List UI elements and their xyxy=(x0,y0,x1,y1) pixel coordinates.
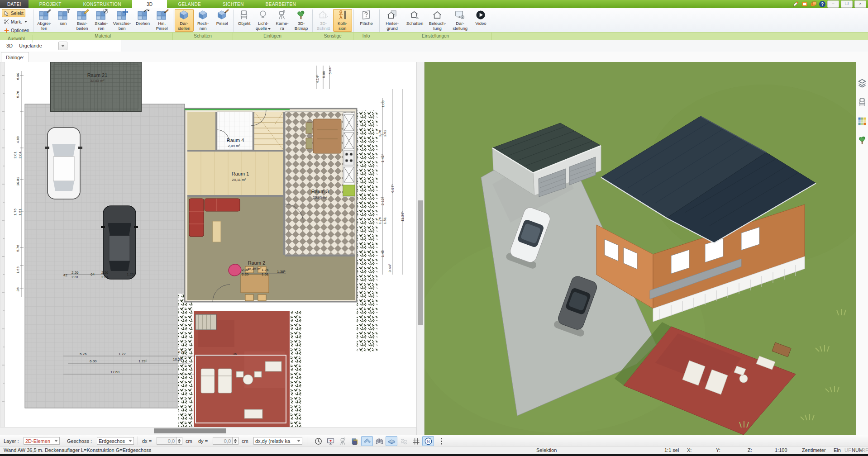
room-area: 32,83 m² xyxy=(90,79,105,83)
help-icon[interactable]: ? xyxy=(819,1,825,7)
scrollbar-thumb[interactable] xyxy=(154,428,226,433)
record-view-button[interactable] xyxy=(324,436,336,446)
palette-icon xyxy=(858,117,867,126)
dim-label: 1.76 xyxy=(378,130,382,137)
terrain-select-dropdown[interactable] xyxy=(58,42,67,50)
optionen-button[interactable]: Optionen xyxy=(2,26,31,34)
tab-3d[interactable]: 3D xyxy=(132,0,167,8)
person-wall-icon xyxy=(337,10,347,20)
tab-projekt[interactable]: PROJEKT xyxy=(29,0,72,8)
mark-label: Mark. xyxy=(11,19,22,24)
tab-sichten[interactable]: SICHTEN xyxy=(212,0,255,8)
bearbeiten-button[interactable]: Bear-beiten xyxy=(73,9,92,32)
abgreifen-button[interactable]: Abgrei-fen xyxy=(35,9,54,32)
toolbar-handle[interactable] xyxy=(435,436,447,446)
layer-select[interactable]: 2D-Elemen xyxy=(24,437,60,445)
view-mode-label: 3D xyxy=(6,43,13,48)
picture-question-icon xyxy=(361,10,371,20)
tab-konstruktion[interactable]: KONSTRUKTION xyxy=(72,0,132,8)
dx-input[interactable] xyxy=(157,437,176,445)
selekt-button[interactable]: Selekt xyxy=(2,9,25,17)
side-toolbar xyxy=(856,62,868,435)
close-button[interactable]: × xyxy=(854,0,866,8)
group-label-sonstige: Sonstige xyxy=(313,33,353,40)
show-roof-button[interactable] xyxy=(361,436,373,446)
objekt-button[interactable]: Objekt xyxy=(235,9,254,27)
dy-stepper[interactable] xyxy=(233,437,238,445)
soft-shadow-button[interactable] xyxy=(398,436,410,446)
schatten-button[interactable]: Schatten xyxy=(404,9,426,27)
bottom-toolbar: Layer : 2D-Elemen Geschoss : Erdgeschos … xyxy=(0,435,868,446)
kamera-button[interactable]: Kame-ra xyxy=(273,9,292,32)
3d-bitmap-button[interactable]: 3D-Bitmap xyxy=(292,9,311,32)
terrain-select-value[interactable]: Urgelände xyxy=(19,43,42,48)
lichtquelle-button[interactable]: Licht-quelle xyxy=(254,9,273,32)
restore-button[interactable]: ❐ xyxy=(841,0,853,8)
dy-unit: cm xyxy=(242,437,248,445)
zuweisen-button[interactable]: sen xyxy=(54,9,73,27)
chevron-down-icon xyxy=(297,440,300,442)
north-button[interactable]: N xyxy=(422,436,434,446)
tab-gelaende[interactable]: GELÄNDE xyxy=(167,0,212,8)
show-walls-button[interactable] xyxy=(373,436,385,446)
render-3d-canvas[interactable] xyxy=(424,62,856,435)
skalieren-button[interactable]: Skalie-ren xyxy=(92,9,111,32)
layer-label: Layer : xyxy=(4,437,19,445)
dim-label: 2.01 xyxy=(72,276,79,279)
project-window-icon[interactable] xyxy=(801,1,808,7)
group-label-info: Info xyxy=(354,33,379,40)
optionen-label: Optionen xyxy=(11,28,29,33)
darstellung-button[interactable]: Dar-stellung xyxy=(449,9,472,32)
hin-pinsel-button[interactable]: Hin.Pinsel xyxy=(153,9,172,32)
flaeche-button[interactable]: Fläche xyxy=(355,9,378,27)
beleuchtung-button[interactable]: Beleuch-tung xyxy=(426,9,449,32)
geschoss-label: Geschoss : xyxy=(67,437,92,445)
coord-mode-select[interactable]: dx,dy (relativ ka xyxy=(253,437,302,445)
dim-label: 1.51 xyxy=(19,209,22,216)
quick-edit-icon[interactable] xyxy=(792,1,799,7)
minimize-button[interactable]: – xyxy=(827,0,839,8)
terrain-layers-button[interactable] xyxy=(857,78,867,88)
dx-unit: cm xyxy=(186,437,192,445)
geschoss-select[interactable]: Erdgeschos xyxy=(97,437,134,445)
pinsel-button[interactable]: Pinsel xyxy=(213,9,232,27)
chevron-down-icon xyxy=(54,440,58,442)
camera-3d-button[interactable] xyxy=(337,436,348,446)
drehen-button[interactable]: Drehen xyxy=(134,9,153,27)
dx-stepper[interactable] xyxy=(176,437,182,445)
kollision-button[interactable]: Kolli-sion xyxy=(333,9,352,32)
dim-label: 1.51 xyxy=(383,130,387,137)
objects-button[interactable] xyxy=(857,97,867,107)
video-button[interactable]: Video xyxy=(472,9,491,27)
status-bar: Wand AW 36,5 m. Deckenauflager L=Konstru… xyxy=(0,446,868,454)
floor-plan-canvas[interactable] xyxy=(0,62,416,427)
plan-vertical-scrollbar[interactable] xyxy=(416,62,424,435)
plan-horizontal-scrollbar[interactable] xyxy=(0,427,416,435)
clock-icon xyxy=(315,437,322,445)
camera-tripod-icon xyxy=(339,437,347,445)
dialoge-tab[interactable]: Dialoge: xyxy=(1,52,29,62)
dy-input[interactable] xyxy=(213,437,233,445)
materials-button[interactable] xyxy=(857,116,867,126)
3d-schnitt-button: 3D-Schnitt xyxy=(314,9,333,32)
group-label-schatten: Schatten xyxy=(173,33,233,40)
dim-label: 3.44⁵ xyxy=(388,264,392,272)
hintergrund-button[interactable]: Hinter-grund xyxy=(381,9,404,32)
darstellen-button[interactable]: Dar-stellen xyxy=(175,9,194,32)
time-button[interactable] xyxy=(312,436,324,446)
room-label: Raum 21 xyxy=(87,73,108,78)
tab-bearbeiten[interactable]: BEARBEITEN xyxy=(255,0,307,8)
show-floor-button[interactable] xyxy=(386,436,397,446)
verschieben-button[interactable]: Verschie-ben xyxy=(111,9,134,32)
layer-stack-button[interactable] xyxy=(349,436,361,446)
view-bar: 3D Urgelände xyxy=(0,40,868,52)
dim-label: 4.69 xyxy=(16,136,20,143)
grid-button[interactable] xyxy=(410,436,422,446)
plants-button[interactable] xyxy=(857,135,867,145)
mark-button[interactable]: Mark. xyxy=(2,18,29,26)
tab-datei[interactable]: DATEI xyxy=(0,0,29,8)
rechnen-button[interactable]: Rech-nen xyxy=(194,9,213,32)
layout-window-icon[interactable] xyxy=(810,1,817,7)
dim-label: 5.76 xyxy=(80,352,87,356)
scrollbar-thumb[interactable] xyxy=(418,200,423,325)
